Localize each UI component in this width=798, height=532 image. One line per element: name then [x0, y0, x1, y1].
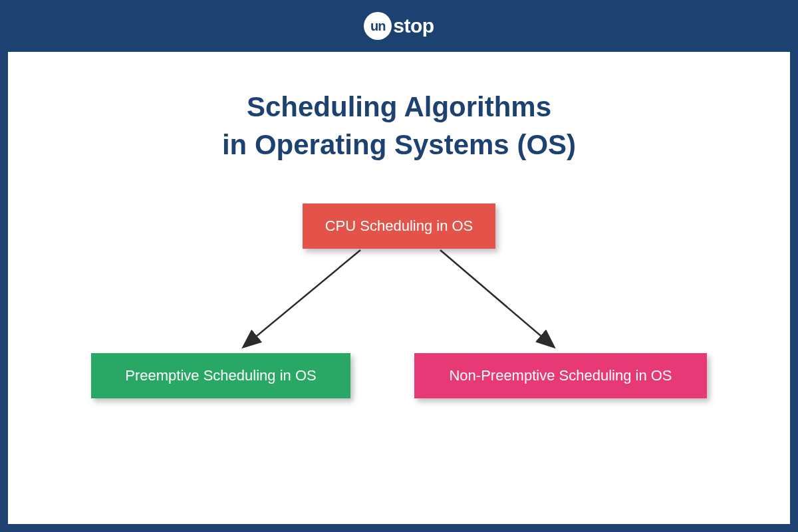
page-title: Scheduling Algorithms in Operating Syste… — [8, 52, 790, 164]
diagram-node-root: CPU Scheduling in OS — [303, 203, 495, 249]
arrow-right-icon — [440, 250, 553, 346]
diagram-node-preemptive: Preemptive Scheduling in OS — [91, 353, 350, 398]
content-frame: Scheduling Algorithms in Operating Syste… — [8, 52, 790, 524]
node-preemptive-label: Preemptive Scheduling in OS — [125, 367, 316, 384]
arrow-left-icon — [244, 250, 360, 346]
logo-circle-text: un — [370, 19, 385, 34]
logo-circle-icon: un — [364, 12, 392, 40]
node-root-label: CPU Scheduling in OS — [325, 217, 473, 235]
header-bar: un stop — [0, 0, 798, 52]
title-line-1: Scheduling Algorithms — [247, 91, 551, 122]
brand-logo: un stop — [364, 12, 434, 40]
node-non-preemptive-label: Non-Preemptive Scheduling in OS — [449, 367, 672, 384]
title-line-2: in Operating Systems (OS) — [222, 129, 576, 160]
diagram-node-non-preemptive: Non-Preemptive Scheduling in OS — [414, 353, 707, 398]
logo-suffix-text: stop — [393, 15, 434, 37]
diagram-container: CPU Scheduling in OS Preemptive Scheduli… — [8, 197, 790, 476]
